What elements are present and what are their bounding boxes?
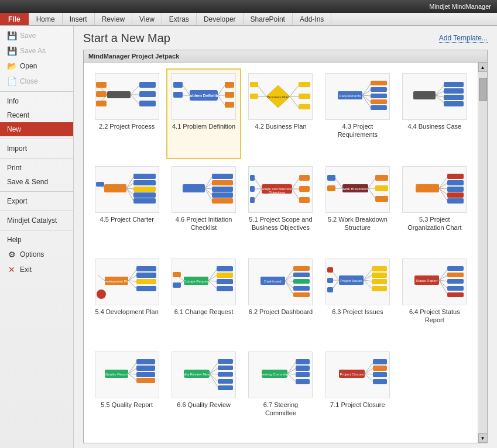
mindjet-link[interactable]: Mindjet Catalyst: [0, 213, 73, 228]
tab-sharepoint[interactable]: SharePoint: [244, 13, 293, 25]
import-link[interactable]: Import: [0, 142, 73, 156]
save-as-icon: 💾: [7, 46, 16, 56]
scroll-thumb[interactable]: [479, 78, 487, 101]
template-item[interactable]: Work Breakdown 5.2 Work Breakdown Struct…: [320, 161, 395, 252]
template-item[interactable]: 4.6 Project Initiation Checklist: [166, 161, 241, 252]
svg-rect-115: [447, 174, 464, 179]
help-link[interactable]: Help: [0, 233, 73, 247]
svg-text:Requirements: Requirements: [339, 94, 361, 98]
tab-view[interactable]: View: [132, 13, 162, 25]
templates-grid[interactable]: 2.2 Project Process Problem Definition 4…: [84, 63, 478, 443]
svg-line-191: [128, 374, 136, 380]
template-item[interactable]: Steering Committee 6.7 Steering Committe…: [244, 347, 318, 437]
title-bar: Mindjet MindManager: [0, 0, 497, 13]
tab-insert[interactable]: Insert: [63, 13, 95, 25]
export-link[interactable]: Export: [0, 194, 73, 208]
svg-rect-183: [447, 279, 464, 284]
tab-addins[interactable]: Add-Ins: [293, 13, 331, 25]
template-thumbnail: [402, 73, 467, 120]
svg-rect-154: [293, 273, 310, 277]
svg-rect-6: [139, 101, 156, 106]
svg-text:Status Report: Status Report: [416, 279, 438, 282]
svg-rect-157: [293, 292, 310, 297]
exit-button[interactable]: ✕ Exit: [0, 262, 73, 277]
template-name: 6.7 Steering Committee: [247, 401, 314, 418]
svg-rect-96: [250, 197, 255, 203]
svg-rect-58: [104, 184, 126, 192]
template-item[interactable]: 4.4 Business Case: [397, 68, 472, 159]
tab-developer[interactable]: Developer: [197, 13, 244, 25]
svg-line-43: [362, 95, 371, 108]
divider-1: [0, 91, 73, 92]
options-button[interactable]: ⚙ Options: [0, 247, 73, 262]
template-item[interactable]: Dashboard 6.2 Project Dashboard: [244, 254, 318, 344]
svg-rect-207: [218, 385, 233, 390]
svg-rect-45: [371, 87, 387, 92]
svg-rect-185: [447, 292, 464, 297]
svg-rect-47: [371, 99, 387, 104]
template-item[interactable]: 2.2 Project Process: [90, 68, 164, 159]
template-thumbnail: [95, 73, 159, 120]
svg-text:Change Request: Change Request: [183, 280, 210, 283]
template-item[interactable]: Scope and Business Objectives 5.1 Projec…: [244, 161, 318, 252]
svg-rect-156: [293, 286, 310, 291]
svg-text:Business Plan: Business Plan: [267, 95, 289, 99]
template-name: 6.4 Project Status Report: [401, 308, 468, 325]
template-item[interactable]: Quality Review Meeting 6.6 Quality Revie…: [166, 347, 241, 437]
svg-rect-11: [96, 91, 107, 97]
template-name: 4.4 Business Case: [407, 122, 461, 130]
tab-review[interactable]: Review: [95, 13, 132, 25]
template-item[interactable]: Change Request 6.1 Change Request: [166, 254, 241, 344]
svg-line-1: [131, 85, 139, 95]
svg-line-190: [128, 374, 136, 374]
svg-rect-166: [372, 279, 387, 284]
template-item[interactable]: Requirements 4.3 Project Requirements: [320, 68, 395, 159]
template-item[interactable]: Development Plan 5.4 Development Plan: [90, 254, 164, 344]
template-item[interactable]: 4.5 Project Charter: [90, 161, 164, 252]
svg-rect-10: [96, 82, 107, 88]
svg-line-91: [255, 178, 262, 189]
template-thumbnail: Quality Report: [95, 351, 159, 398]
svg-rect-116: [447, 180, 464, 185]
svg-rect-203: [218, 359, 233, 364]
template-thumbnail: Business Plan: [248, 73, 313, 120]
template-item[interactable]: Business Plan 4.2 Business Plan: [244, 68, 318, 159]
add-template-link[interactable]: Add Template...: [439, 34, 488, 43]
content-header: Start a New Map Add Template...: [74, 26, 497, 50]
close-button[interactable]: 📄 Close: [0, 74, 73, 89]
tab-home[interactable]: Home: [29, 13, 63, 25]
tab-file[interactable]: File: [0, 13, 29, 25]
template-item[interactable]: 5.3 Project Organization Chart: [397, 161, 472, 252]
tab-extras[interactable]: Extras: [162, 13, 197, 25]
save-send-link[interactable]: Save & Send: [0, 175, 73, 189]
template-item[interactable]: Project Issues 6.3 Project Issues: [320, 254, 395, 344]
scroll-down-button[interactable]: ▼: [478, 433, 488, 443]
svg-line-111: [439, 183, 447, 188]
template-item[interactable]: Quality Report 5.5 Quality Report: [90, 347, 164, 437]
template-name: 4.1 Problem Definition: [172, 122, 235, 130]
svg-rect-216: [296, 372, 310, 377]
svg-line-148: [285, 270, 293, 281]
svg-rect-24: [173, 92, 183, 98]
recent-link[interactable]: Recent: [0, 108, 73, 122]
template-item[interactable]: Status Report 6.4 Project Status Report: [397, 254, 472, 344]
template-thumbnail: Problem Definition: [172, 73, 236, 120]
template-item[interactable]: Problem Definition 4.1 Problem Definitio…: [166, 68, 241, 159]
template-item[interactable]: Project Closure 7.1 Project Closure: [320, 347, 395, 437]
svg-rect-165: [372, 273, 387, 278]
svg-rect-205: [218, 372, 233, 377]
info-link[interactable]: Info: [0, 94, 73, 108]
print-link[interactable]: Print: [0, 161, 73, 175]
scroll-track: [479, 72, 487, 433]
save-button[interactable]: 💾 Save: [0, 28, 73, 43]
svg-text:Dashboard: Dashboard: [265, 280, 282, 283]
svg-line-222: [365, 374, 373, 374]
template-thumbnail: Project Closure: [325, 351, 390, 398]
scroll-up-button[interactable]: ▲: [478, 63, 488, 72]
divider-4: [0, 191, 73, 192]
new-button[interactable]: New: [0, 122, 73, 136]
open-button[interactable]: 📂 Open: [0, 58, 73, 74]
save-as-button[interactable]: 💾 Save As: [0, 43, 73, 58]
page-title: Start a New Map: [83, 32, 170, 45]
scrollbar[interactable]: ▲ ▼: [478, 63, 487, 443]
